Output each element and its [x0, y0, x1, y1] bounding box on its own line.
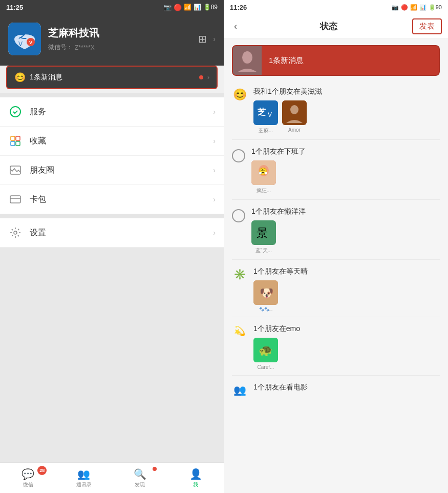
avatar-name-amor: Amor [288, 127, 301, 133]
new-message-emoji: 😊 [14, 72, 26, 83]
settings-chevron-icon: › [213, 229, 216, 237]
svg-rect-7 [16, 136, 20, 140]
nav-item-me[interactable]: 👤 我 [168, 463, 224, 493]
back-button[interactable]: ‹ [230, 17, 241, 36]
new-message-card[interactable]: 1条新消息 [232, 45, 440, 76]
menu-item-service[interactable]: 服务 › [0, 97, 224, 127]
camera-icon-left: 📷 [163, 4, 172, 11]
svg-text:景: 景 [257, 227, 268, 239]
avatars-row-sunny: 🐶 🐾🐾... [253, 280, 440, 312]
avatar-dog: 🐶 [253, 280, 278, 305]
content-scroll[interactable]: 😊 我和1个朋友在美滋滋 芝V 芝麻... Amor [224, 82, 448, 493]
moments-chevron-icon: › [213, 166, 216, 174]
status-row-emo: 💫 1个朋友在emo 🐢 Caref... [224, 319, 448, 373]
nav-item-discover[interactable]: 🔍 发现 [112, 463, 168, 493]
nav-item-contacts[interactable]: 👥 通讯录 [56, 463, 112, 493]
nav-item-wechat[interactable]: 28 💬 微信 [0, 463, 56, 493]
card-label: 卡包 [30, 194, 213, 205]
time-left: 11:25 [6, 4, 23, 11]
battery-icon-right: 🔋90 [429, 4, 442, 11]
svg-text:🐢: 🐢 [259, 343, 273, 357]
avatar-zhima: 芝V [253, 100, 278, 125]
red-dot [199, 75, 203, 79]
contacts-nav-label: 通讯录 [76, 481, 92, 488]
status-title-lazy: 1个朋友在懒洋洋 [251, 207, 440, 216]
avatars-row-lazy: 景 蓝"天... [251, 220, 440, 254]
friend-avatar-dog: 🐶 🐾🐾... [253, 280, 278, 312]
status-row-lazy: 1个朋友在懒洋洋 景 蓝"天... [224, 202, 448, 257]
discover-dot [153, 467, 157, 471]
service-chevron-icon: › [213, 108, 216, 116]
emoji-meizizi: 😊 [232, 88, 247, 101]
time-right: 11:26 [230, 4, 247, 11]
status-content-lazy: 1个朋友在懒洋洋 景 蓝"天... [251, 207, 440, 254]
card-message-text: 1条新消息 [262, 56, 439, 66]
me-nav-icon: 👤 [189, 468, 202, 480]
favorites-label: 收藏 [30, 136, 213, 147]
status-icons-left: 📷 🔴 📶 📊 🔋89 [163, 4, 218, 11]
settings-list: 设置 › [0, 218, 224, 248]
status-content-movie: 1个朋友在看电影 [253, 383, 440, 396]
wechat-id-value: Z*****X [75, 44, 95, 51]
avatar-lantian: 景 [251, 220, 276, 245]
svg-text:V: V [268, 111, 272, 118]
card-photo-svg [233, 46, 262, 75]
wifi-icon-right: 📶 [410, 4, 417, 11]
avatar-amor [282, 100, 307, 125]
divider-sec5 [232, 375, 440, 376]
profile-section: 芝 V V 芝麻科技讯 微信号： Z*****X ⊞ › [0, 14, 224, 66]
svg-point-14 [242, 51, 252, 64]
status-row-sunny: ✳️ 1个朋友在等天晴 🐶 🐾🐾... [224, 262, 448, 315]
camera-icon-right: 📷 [392, 4, 399, 11]
signal-icon-right: 📊 [419, 4, 426, 11]
menu-item-moments[interactable]: 朋友圈 › [0, 156, 224, 185]
avatars-row-emo: 🐢 Caref... [253, 338, 440, 370]
avatar: 芝 V V [8, 23, 41, 55]
page-title: 状态 [245, 20, 412, 32]
svg-text:芝: 芝 [18, 31, 27, 39]
top-bar: ‹ 状态 发表 [224, 14, 448, 39]
card-chevron-icon: › [213, 195, 216, 203]
emoji-offwork [232, 149, 245, 162]
discover-nav-icon: 🔍 [134, 468, 146, 480]
svg-text:芝: 芝 [257, 108, 266, 116]
status-bar-left: 11:25 📷 🔴 📶 📊 🔋89 [0, 0, 224, 14]
avatar-careful: 🐢 [253, 338, 278, 362]
friend-avatar-zhima: 芝V 芝麻... [253, 100, 278, 134]
record-icon-left: 🔴 [174, 4, 182, 11]
profile-name: 芝麻科技讯 [48, 26, 191, 40]
status-content-meizizi: 我和1个朋友在美滋滋 芝V 芝麻... Amor [253, 87, 440, 134]
favorites-chevron-icon: › [213, 137, 216, 145]
avatar-name-zhima: 芝麻... [259, 127, 273, 134]
status-content-emo: 1个朋友在emo 🐢 Caref... [253, 324, 440, 370]
new-message-text: 1条新消息 [30, 73, 195, 82]
menu-item-card[interactable]: 卡包 › [0, 185, 224, 214]
emoji-movie: 👥 [232, 384, 247, 396]
divider-sec2 [232, 199, 440, 200]
svg-point-12 [14, 231, 17, 234]
emoji-sunny: ✳️ [232, 268, 247, 280]
divider-1 [0, 93, 224, 97]
avatar-logo: 芝 V V [8, 23, 41, 55]
wechat-nav-icon: 💬 [22, 468, 34, 480]
wechat-badge: 28 [37, 466, 47, 475]
status-row-meizizi: 😊 我和1个朋友在美滋滋 芝V 芝麻... Amor [224, 82, 448, 137]
menu-item-settings[interactable]: 设置 › [0, 218, 224, 248]
profile-chevron-icon[interactable]: › [213, 35, 216, 43]
status-title-emo: 1个朋友在emo [253, 324, 440, 334]
friend-avatar-careful: 🐢 Caref... [253, 338, 278, 370]
status-title-offwork: 1个朋友在下班了 [251, 147, 440, 156]
settings-label: 设置 [30, 228, 213, 238]
publish-button[interactable]: 发表 [412, 18, 442, 34]
svg-text:😤: 😤 [259, 167, 268, 176]
new-message-banner[interactable]: 😊 1条新消息 › [6, 66, 218, 89]
svg-text:🐶: 🐶 [260, 286, 274, 300]
qr-icon[interactable]: ⊞ [198, 33, 207, 45]
logo-svg: 芝 V V [8, 23, 41, 55]
divider-sec1 [232, 139, 440, 140]
menu-list: 服务 › 收藏 › 朋友圈 › 卡包 › [0, 97, 224, 214]
menu-item-favorites[interactable]: 收藏 › [0, 127, 224, 156]
moments-icon [8, 163, 23, 177]
friend-avatar-lantian: 景 蓝"天... [251, 220, 276, 254]
status-bar-right: 11:26 📷 🔴 📶 📊 🔋90 [224, 0, 448, 14]
